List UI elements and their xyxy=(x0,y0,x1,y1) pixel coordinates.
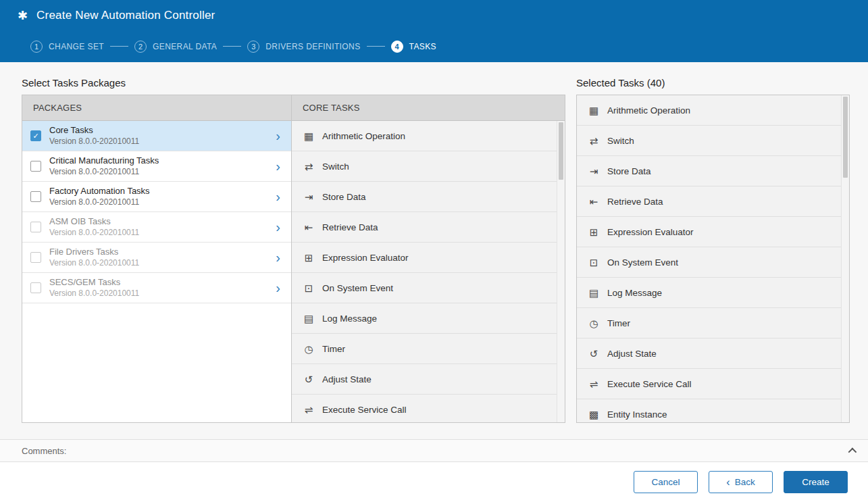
chevron-right-icon[interactable]: › xyxy=(273,129,283,143)
selected-task-row[interactable]: ▩ Entity Instance xyxy=(577,399,841,422)
task-row[interactable]: ↺ Adjust State xyxy=(292,364,557,395)
package-row-critical-manufacturing-tasks[interactable]: Critical Manufacturing Tasks Version 8.0… xyxy=(22,151,291,182)
task-label: Log Message xyxy=(322,313,377,324)
chevron-right-icon[interactable]: › xyxy=(273,159,283,173)
step-connector xyxy=(223,46,241,47)
step-drivers-definitions[interactable]: 3 DRIVERS DEFINITIONS xyxy=(247,41,360,53)
package-version: Version 8.0.0-202010011 xyxy=(49,197,150,207)
package-name: SECS/GEM Tasks xyxy=(49,277,139,288)
package-version: Version 8.0.0-202010011 xyxy=(49,136,139,147)
chevron-right-icon[interactable]: › xyxy=(273,281,283,295)
step-general-data[interactable]: 2 GENERAL DATA xyxy=(134,41,217,53)
selected-task-row[interactable]: ⊞ Expression Evaluator xyxy=(577,217,841,247)
task-label: Store Data xyxy=(607,166,651,176)
selected-tasks-section: Selected Tasks (40) ▦ Arithmetic Operati… xyxy=(576,77,850,439)
arithmetic-operation-icon: ▦ xyxy=(588,105,600,116)
back-button[interactable]: ‹ Back xyxy=(709,471,773,493)
step-1-label: CHANGE SET xyxy=(49,42,104,51)
package-checkbox[interactable] xyxy=(30,191,41,202)
package-name: Critical Manufacturing Tasks xyxy=(49,155,159,166)
task-row[interactable]: ⇥ Store Data xyxy=(292,182,557,212)
chevron-right-icon[interactable]: › xyxy=(273,251,283,264)
chevron-right-icon[interactable]: › xyxy=(273,220,283,234)
task-row[interactable]: ◷ Timer xyxy=(292,334,557,364)
task-row[interactable]: ⊡ On System Event xyxy=(292,273,557,303)
selected-task-row[interactable]: ▦ Arithmetic Operation xyxy=(577,95,841,126)
store-data-icon: ⇥ xyxy=(303,192,315,202)
task-label: Switch xyxy=(322,161,349,172)
selected-task-row[interactable]: ◷ Timer xyxy=(577,308,841,338)
switch-icon: ⇄ xyxy=(303,161,315,172)
package-row-file-drivers-tasks[interactable]: File Drivers Tasks Version 8.0.0-2020100… xyxy=(22,243,291,273)
package-row-factory-automation-tasks[interactable]: Factory Automation Tasks Version 8.0.0-2… xyxy=(22,182,291,212)
task-row[interactable]: ⇌ Execute Service Call xyxy=(292,395,557,422)
core-tasks-scrollbar[interactable] xyxy=(557,121,565,422)
step-2-label: GENERAL DATA xyxy=(153,42,217,51)
expression-evaluator-icon: ⊞ xyxy=(303,253,315,263)
chevron-left-icon: ‹ xyxy=(726,477,730,488)
scrollbar-thumb[interactable] xyxy=(843,97,848,178)
selected-tasks-list: ▦ Arithmetic Operation ⇄ Switch ⇥ Store … xyxy=(576,95,850,423)
cancel-button-label: Cancel xyxy=(651,477,680,487)
selected-tasks-title: Selected Tasks (40) xyxy=(576,77,850,89)
step-tasks[interactable]: 4 TASKS xyxy=(391,41,436,53)
log-message-icon: ▤ xyxy=(588,288,600,298)
selected-tasks-scrollbar[interactable] xyxy=(841,95,849,422)
task-row[interactable]: ⊞ Expression Evaluator xyxy=(292,243,557,273)
package-info: ASM OIB Tasks Version 8.0.0-202010011 xyxy=(49,216,139,238)
task-row[interactable]: ⇤ Retrieve Data xyxy=(292,212,557,243)
packages-column: PACKAGES ✓ Core Tasks Version 8.0.0-2020… xyxy=(22,95,292,422)
package-checkbox xyxy=(30,222,41,232)
task-label: Adjust State xyxy=(322,374,372,384)
timer-icon: ◷ xyxy=(588,318,600,328)
selected-task-row[interactable]: ⇄ Switch xyxy=(577,126,841,156)
task-label: Log Message xyxy=(607,288,662,298)
selected-task-row[interactable]: ▤ Log Message xyxy=(577,278,841,308)
collapse-chevron-icon[interactable] xyxy=(848,447,857,456)
selected-task-row[interactable]: ↺ Adjust State xyxy=(577,338,841,369)
packages-column-header: PACKAGES xyxy=(22,95,291,121)
selected-task-row[interactable]: ⊡ On System Event xyxy=(577,247,841,278)
back-button-label: Back xyxy=(735,477,755,487)
cancel-button[interactable]: Cancel xyxy=(634,471,698,493)
task-label: Retrieve Data xyxy=(607,197,663,207)
on-system-event-icon: ⊡ xyxy=(303,283,315,293)
package-info: SECS/GEM Tasks Version 8.0.0-202010011 xyxy=(49,277,139,299)
check-icon: ✓ xyxy=(32,132,39,140)
expression-evaluator-icon: ⊞ xyxy=(588,227,600,237)
task-row[interactable]: ▤ Log Message xyxy=(292,303,557,334)
package-row-core-tasks[interactable]: ✓ Core Tasks Version 8.0.0-202010011 › xyxy=(22,121,291,151)
create-button[interactable]: Create xyxy=(784,471,848,493)
create-button-label: Create xyxy=(802,477,829,487)
package-version: Version 8.0.0-202010011 xyxy=(49,288,139,299)
entity-instance-icon: ▩ xyxy=(588,409,600,420)
task-row[interactable]: ⇄ Switch xyxy=(292,151,557,182)
package-name: Core Tasks xyxy=(49,125,139,136)
retrieve-data-icon: ⇤ xyxy=(303,222,315,232)
task-label: Store Data xyxy=(322,192,366,202)
step-3-circle: 3 xyxy=(247,41,259,53)
store-data-icon: ⇥ xyxy=(588,166,600,176)
execute-service-call-icon: ⇌ xyxy=(588,379,600,389)
task-label: Timer xyxy=(322,344,345,354)
chevron-right-icon[interactable]: › xyxy=(273,190,283,203)
execute-service-call-icon: ⇌ xyxy=(303,405,315,415)
footer: Cancel ‹ Back Create xyxy=(0,462,868,502)
adjust-state-icon: ↺ xyxy=(303,374,315,384)
package-row-asm-oib-tasks[interactable]: ASM OIB Tasks Version 8.0.0-202010011 › xyxy=(22,212,291,243)
task-row[interactable]: ▦ Arithmetic Operation xyxy=(292,121,557,151)
selected-task-row[interactable]: ⇌ Execute Service Call xyxy=(577,369,841,399)
package-checkbox[interactable] xyxy=(30,161,41,172)
selected-task-row[interactable]: ⇤ Retrieve Data xyxy=(577,186,841,217)
package-checkbox[interactable]: ✓ xyxy=(30,130,41,141)
task-label: On System Event xyxy=(322,283,393,293)
package-info: Core Tasks Version 8.0.0-202010011 xyxy=(49,125,139,147)
package-row-secs-gem-tasks[interactable]: SECS/GEM Tasks Version 8.0.0-202010011 › xyxy=(22,273,291,303)
packages-table: PACKAGES ✓ Core Tasks Version 8.0.0-2020… xyxy=(22,95,565,423)
task-label: Arithmetic Operation xyxy=(607,105,690,116)
wizard-steps: 1 CHANGE SET 2 GENERAL DATA 3 DRIVERS DE… xyxy=(0,30,868,62)
step-change-set[interactable]: 1 CHANGE SET xyxy=(30,41,104,53)
core-tasks-column-header: CORE TASKS xyxy=(292,95,565,121)
selected-task-row[interactable]: ⇥ Store Data xyxy=(577,156,841,186)
scrollbar-thumb[interactable] xyxy=(559,122,563,180)
